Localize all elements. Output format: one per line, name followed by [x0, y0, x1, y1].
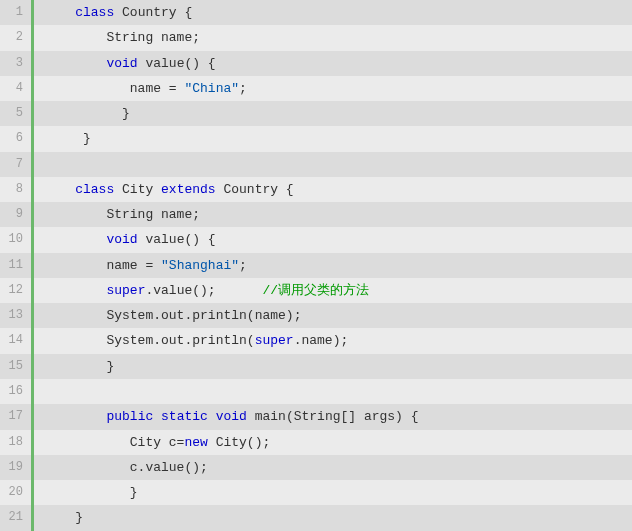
- code-line: 4 name = "China";: [0, 76, 632, 101]
- line-number: 17: [0, 404, 34, 429]
- code-content: City c=new City();: [34, 430, 270, 455]
- code-content: }: [34, 480, 138, 505]
- code-content: System.out.println(super.name);: [34, 328, 348, 353]
- code-line: 17 public static void main(String[] args…: [0, 404, 632, 429]
- code-content: name = "Shanghai";: [34, 253, 247, 278]
- code-line: 19 c.value();: [0, 455, 632, 480]
- code-line: 2 String name;: [0, 25, 632, 50]
- code-content: super.value(); //调用父类的方法: [34, 278, 369, 303]
- line-number: 4: [0, 76, 34, 101]
- code-content: }: [34, 126, 91, 151]
- code-content: class Country {: [34, 0, 192, 25]
- line-number: 19: [0, 455, 34, 480]
- code-line: 8 class City extends Country {: [0, 177, 632, 202]
- code-content: String name;: [34, 25, 200, 50]
- code-content: }: [34, 354, 114, 379]
- code-content: c.value();: [34, 455, 208, 480]
- line-number: 8: [0, 177, 34, 202]
- line-number: 9: [0, 202, 34, 227]
- code-content: void value() {: [34, 51, 216, 76]
- code-line: 5 }: [0, 101, 632, 126]
- code-line: 7: [0, 152, 632, 177]
- code-content: class City extends Country {: [34, 177, 294, 202]
- line-number: 7: [0, 152, 34, 177]
- code-line: 16: [0, 379, 632, 404]
- line-number: 14: [0, 328, 34, 353]
- code-line: 10 void value() {: [0, 227, 632, 252]
- code-content: }: [34, 101, 130, 126]
- line-number: 16: [0, 379, 34, 404]
- code-content: public static void main(String[] args) {: [34, 404, 419, 429]
- code-block: 1 class Country {2 String name;3 void va…: [0, 0, 632, 531]
- line-number: 13: [0, 303, 34, 328]
- line-number: 20: [0, 480, 34, 505]
- code-content: }: [34, 505, 83, 530]
- line-number: 12: [0, 278, 34, 303]
- code-content: System.out.println(name);: [34, 303, 301, 328]
- code-content: void value() {: [34, 227, 216, 252]
- code-line: 18 City c=new City();: [0, 430, 632, 455]
- line-number: 5: [0, 101, 34, 126]
- code-line: 3 void value() {: [0, 51, 632, 76]
- line-number: 15: [0, 354, 34, 379]
- code-line: 21 }: [0, 505, 632, 530]
- line-number: 3: [0, 51, 34, 76]
- code-line: 13 System.out.println(name);: [0, 303, 632, 328]
- line-number: 10: [0, 227, 34, 252]
- code-line: 11 name = "Shanghai";: [0, 253, 632, 278]
- code-content: String name;: [34, 202, 200, 227]
- line-number: 1: [0, 0, 34, 25]
- code-line: 12 super.value(); //调用父类的方法: [0, 278, 632, 303]
- code-line: 14 System.out.println(super.name);: [0, 328, 632, 353]
- code-line: 1 class Country {: [0, 0, 632, 25]
- code-line: 20 }: [0, 480, 632, 505]
- line-number: 21: [0, 505, 34, 530]
- line-number: 2: [0, 25, 34, 50]
- code-line: 15 }: [0, 354, 632, 379]
- line-number: 18: [0, 430, 34, 455]
- code-content: name = "China";: [34, 76, 247, 101]
- code-line: 6 }: [0, 126, 632, 151]
- code-line: 9 String name;: [0, 202, 632, 227]
- line-number: 11: [0, 253, 34, 278]
- line-number: 6: [0, 126, 34, 151]
